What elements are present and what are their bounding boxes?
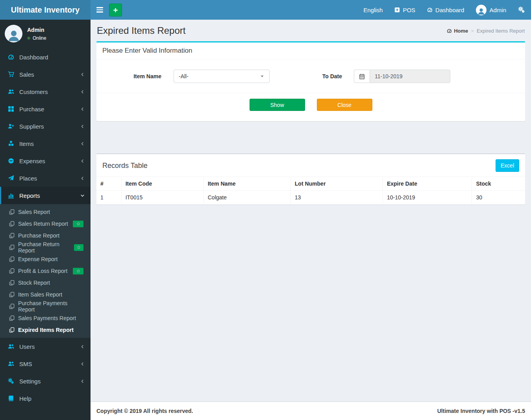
navbar: + English POS Dashboard Admin: [91, 0, 531, 20]
item-name-selected-value: -All-: [179, 73, 189, 79]
user-menu[interactable]: Admin: [470, 0, 512, 20]
sidebar-item-label: Help: [19, 395, 31, 402]
language-label: English: [363, 7, 383, 13]
bar-chart-icon: [7, 192, 15, 199]
records-panel: Records Table Excel # Item Code Item Nam…: [96, 153, 525, 204]
sidebar-item-label: Users: [19, 343, 35, 350]
item-name-select[interactable]: -All-: [174, 70, 270, 83]
breadcrumb-home-label: Home: [454, 28, 468, 34]
sidebar-item-expenses[interactable]: Expenses: [0, 152, 91, 169]
pos-link[interactable]: POS: [389, 0, 421, 20]
submenu-item-label: Sales Return Report: [18, 221, 68, 227]
sidebar-item-users[interactable]: Users: [0, 338, 91, 355]
sidebar-item-label: SMS: [19, 361, 32, 367]
sidebar-item-label: Customers: [19, 88, 48, 95]
copy-icon: [9, 245, 15, 250]
submenu-item-purchase-payments-report[interactable]: Purchase Payments Report: [0, 300, 91, 312]
chevron-left-icon: [80, 107, 85, 111]
chevron-left-icon: [80, 379, 85, 383]
chevron-left-icon: [80, 124, 85, 129]
star-badge: [73, 268, 83, 274]
star-badge: [73, 221, 83, 227]
to-date-label: To Date: [270, 73, 342, 79]
sidebar-item-help[interactable]: Help: [0, 390, 91, 407]
submenu-item-sales-return-report[interactable]: Sales Return Report: [0, 218, 91, 230]
column-header-stock: Stock: [472, 177, 525, 191]
chevron-left-icon: [80, 344, 85, 349]
copy-icon: [9, 292, 15, 297]
submenu-item-label: Stock Report: [18, 280, 50, 286]
copy-icon: [9, 233, 15, 238]
submenu-item-label: Sales Report: [18, 209, 50, 215]
sidebar-user-name: Admin: [27, 27, 46, 33]
user-plus-icon: [7, 123, 15, 129]
breadcrumb-home-link[interactable]: Home: [447, 28, 468, 34]
sidebar-item-items[interactable]: Items: [0, 135, 91, 152]
submenu-item-label: Item Sales Report: [18, 291, 62, 298]
submenu-item-item-sales-report[interactable]: Item Sales Report: [0, 289, 91, 300]
settings-menu[interactable]: [512, 0, 531, 20]
copy-icon: [9, 256, 15, 262]
column-header-item-code: Item Code: [121, 177, 204, 191]
cubes-icon: [7, 140, 15, 147]
chevron-left-icon: [80, 176, 85, 181]
sidebar-toggle-button[interactable]: [91, 0, 109, 20]
sidebar-item-purchase[interactable]: Purchase: [0, 100, 91, 118]
to-date-input-group: [354, 70, 450, 83]
copy-icon: [9, 304, 15, 309]
sidebar-user-panel: Admin Online: [0, 20, 91, 48]
submenu-item-label: Expense Report: [18, 256, 57, 262]
sidebar-item-label: Expenses: [19, 158, 45, 164]
sidebar-item-label: Sales: [19, 71, 34, 78]
sidebar-item-suppliers[interactable]: Suppliers: [0, 118, 91, 135]
submenu-item-sales-payments-report[interactable]: Sales Payments Report: [0, 312, 91, 324]
cell-expire-date: 10-10-2019: [383, 191, 472, 204]
dashboard-link[interactable]: Dashboard: [421, 0, 470, 20]
submenu-item-label: Purchase Return Report: [18, 241, 70, 254]
calendar-icon[interactable]: [354, 70, 370, 83]
language-menu[interactable]: English: [357, 0, 389, 20]
avatar: [5, 25, 22, 42]
sidebar-item-reports[interactable]: Reports: [0, 187, 91, 204]
cell-lot-number: 13: [290, 191, 383, 204]
submenu-item-purchase-report[interactable]: Purchase Report: [0, 230, 91, 241]
submenu-item-purchase-return-report[interactable]: Purchase Return Report: [0, 241, 91, 253]
to-date-input[interactable]: [370, 70, 450, 83]
page-title: Expired Items Report: [97, 25, 185, 36]
submenu-item-profit-loss-report[interactable]: Profit & Loss Report: [0, 265, 91, 277]
top-bar: Ultimate Inventory + English POS Dashboa…: [0, 0, 531, 20]
users-icon: [7, 343, 15, 350]
footer: Copyright © 2019 All rights reserved. Ul…: [91, 402, 531, 420]
sidebar-item-dashboard[interactable]: Dashboard: [0, 48, 91, 66]
submenu-item-stock-report[interactable]: Stock Report: [0, 277, 91, 289]
sidebar-item-sms[interactable]: SMS: [0, 355, 91, 372]
sidebar-item-sales[interactable]: Sales: [0, 66, 91, 83]
table-row: 1 IT0015 Colgate 13 10-10-2019 30: [96, 191, 525, 204]
quick-add-button[interactable]: +: [109, 4, 122, 17]
sidebar-item-settings[interactable]: Settings: [0, 372, 91, 390]
submenu-item-expense-report[interactable]: Expense Report: [0, 253, 91, 265]
username-label: Admin: [489, 7, 506, 13]
excel-export-button[interactable]: Excel: [496, 159, 519, 172]
show-button[interactable]: Show: [250, 99, 305, 111]
brand-logo[interactable]: Ultimate Inventory: [0, 0, 91, 20]
speedometer-icon: [7, 54, 15, 60]
filter-panel: Please Enter Valid Information Item Name…: [96, 41, 525, 121]
star-icon: [77, 245, 81, 249]
caret-down-icon: [260, 74, 265, 79]
submenu-item-sales-report[interactable]: Sales Report: [0, 206, 91, 218]
sidebar-item-places[interactable]: Places: [0, 169, 91, 187]
submenu-item-label: Sales Payments Report: [18, 315, 76, 321]
speedometer-icon: [427, 7, 433, 13]
breadcrumb-current: Expired Items Report: [477, 28, 525, 34]
close-button[interactable]: Close: [317, 99, 372, 111]
navbar-right: English POS Dashboard Admin: [357, 0, 531, 20]
submenu-item-expired-items-report[interactable]: Expired Items Report: [0, 324, 91, 336]
person-icon: [7, 28, 21, 42]
column-header-index: #: [96, 177, 121, 191]
column-header-lot-number: Lot Number: [290, 177, 383, 191]
pos-label: POS: [403, 7, 415, 13]
sidebar-user-status[interactable]: Online: [27, 35, 46, 41]
sidebar-item-customers[interactable]: Customers: [0, 83, 91, 100]
submenu-item-label: Purchase Payments Report: [18, 300, 83, 313]
